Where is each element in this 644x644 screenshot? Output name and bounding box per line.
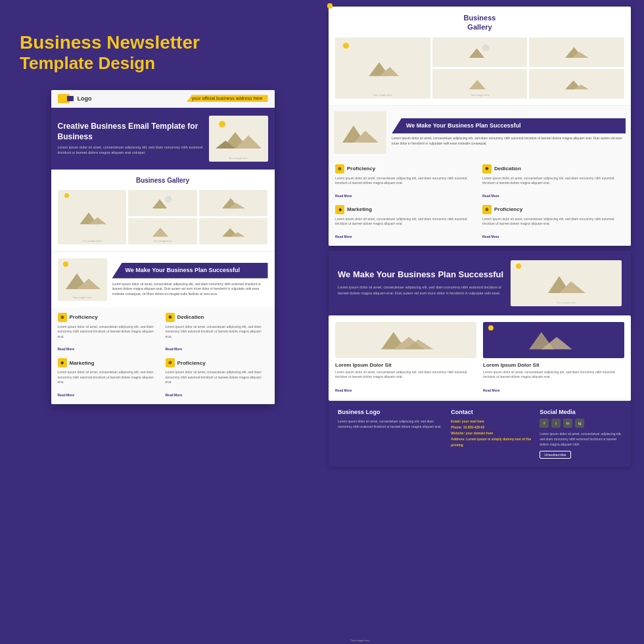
r-gallery-cell-3 xyxy=(529,37,624,67)
r-gallery-mountain-5 xyxy=(565,75,589,92)
feature-header-1: ⊕ Proficiency xyxy=(58,313,160,322)
feature-readmore-1[interactable]: Read More xyxy=(58,347,75,351)
r-feature-icon-2: ❋ xyxy=(482,164,492,173)
right-plan2-title: We Make Your Business Plan Successful xyxy=(338,269,504,281)
twocol-image-2 xyxy=(483,322,624,358)
r-plan-mountain xyxy=(339,118,382,147)
r-gallery-cell-2 xyxy=(432,37,528,67)
footer-col1-title: Business Logo xyxy=(338,409,444,415)
footer-col3-body: Lorem ipsum dolor sit amet, consectetuer… xyxy=(540,431,622,447)
dedication-icon: ❋ xyxy=(166,313,175,322)
twocol-readmore-2[interactable]: Read More xyxy=(483,388,500,392)
r-readmore-3[interactable]: Read More xyxy=(335,235,352,239)
plan-body: Lorem ipsum dolor sit amet, consectetuer… xyxy=(112,282,268,297)
proficiency2-icon: ⊕ xyxy=(166,358,175,367)
instagram-icon[interactable]: ig xyxy=(575,419,584,428)
feature-name-4: Proficiency xyxy=(177,360,206,366)
right-panel: BusinessGallery Your image here xyxy=(322,0,644,644)
r-gallery-cell-4: Your image here xyxy=(432,69,528,99)
right-plan2-card: We Make Your Business Plan Successful Lo… xyxy=(329,251,631,315)
proficiency-icon: ⊕ xyxy=(58,313,67,322)
gallery-cell-5 xyxy=(199,218,268,244)
feature-name-3: Marketing xyxy=(70,360,95,366)
gallery-mountain-4 xyxy=(151,223,174,239)
right-plan-image: Your image here xyxy=(334,111,386,154)
feature-marketing: ◈ Marketing Lorem ipsum dolor sit amet, … xyxy=(58,358,160,399)
r-gallery-mountain-1 xyxy=(366,56,399,80)
sun-icon xyxy=(219,121,225,127)
facebook-icon[interactable]: f xyxy=(540,419,549,428)
feature-readmore-3[interactable]: Read More xyxy=(58,393,75,397)
r-gallery-cell-large: Your image here xyxy=(335,37,430,99)
r-feature-text-3: Lorem ipsum dolor sit amet, consectetuer… xyxy=(335,217,477,227)
r-plan2-mountain xyxy=(545,268,587,298)
left-panel: Business Newsletter Template Design Logo… xyxy=(0,0,322,644)
hero-title: Creative Business Email Template for Bus… xyxy=(58,122,204,142)
twocol-readmore-1[interactable]: Read More xyxy=(335,388,352,392)
r-feature-2: ❋ Dedication Lorem ipsum dolor sit amet,… xyxy=(482,164,624,200)
feature-header-3: ◈ Marketing xyxy=(58,358,160,367)
svg-point-5 xyxy=(165,196,172,203)
address-bar: your official business address here xyxy=(187,95,268,102)
right-plan-shape: We Make Your Business Plan Successful xyxy=(392,118,626,134)
unsubscribe-button[interactable]: Unsubscribe xyxy=(540,451,570,459)
footer-col-3: Social Media f t in ig Lorem ipsum dolor… xyxy=(540,409,622,459)
feature-text-4: Lorem ipsum dolor sit amet, consectetuer… xyxy=(166,370,268,385)
card-features: ⊕ Proficiency Lorem ipsum dolor sit amet… xyxy=(51,308,275,404)
r-gallery-mountain-2 xyxy=(468,43,492,60)
twocol-title-2: Lorem Ipsum Dolor Sit xyxy=(483,362,624,368)
social-icons: f t in ig xyxy=(540,419,622,428)
gallery-cell-2 xyxy=(128,190,197,216)
hero-text: Creative Business Email Template for Bus… xyxy=(58,122,204,156)
title-line1: Business Newsletter xyxy=(20,33,306,53)
right-plan2-content: We Make Your Business Plan Successful Lo… xyxy=(338,269,504,296)
gallery-cell-4: Your image here xyxy=(128,218,197,244)
plan-mountain xyxy=(62,265,102,293)
footer-website-value: your domain here xyxy=(465,431,493,435)
feature-proficiency: ⊕ Proficiency Lorem ipsum dolor sit amet… xyxy=(58,313,160,354)
linkedin-icon[interactable]: in xyxy=(563,419,572,428)
footer-col3-title: Social Media xyxy=(540,409,622,415)
right-gallery-card: BusinessGallery Your image here xyxy=(329,7,631,246)
footer-col-1: Business Logo Lorem ipsum dolor sit amet… xyxy=(338,409,444,459)
gallery-mountain-5 xyxy=(222,223,245,239)
gallery-grid: Your image here xyxy=(58,190,268,244)
r-readmore-1[interactable]: Read More xyxy=(335,194,352,198)
address-text: your official business address here xyxy=(192,96,263,101)
right-twocol-card: Lorem Ipsum Dolor Sit Lorem ipsum dolor … xyxy=(329,315,631,401)
r-feature-text-4: Lorem ipsum dolor sit amet, consectetuer… xyxy=(482,217,624,227)
plan-content: We Make Your Business Plan Successful Lo… xyxy=(112,263,268,296)
title-line2: Template Design xyxy=(20,53,306,74)
footer-col2-title: Contact xyxy=(451,409,533,415)
plan2-img-caption: Your image here xyxy=(557,301,576,304)
gallery-mountain-2 xyxy=(151,195,174,211)
r-readmore-2[interactable]: Read More xyxy=(482,194,499,198)
r-feature-text-1: Lorem ipsum dolor sit amet, consectetuer… xyxy=(335,176,477,186)
r-feature-4: ⊕ Proficiency Lorem ipsum dolor sit amet… xyxy=(482,205,624,241)
r-feature-text-2: Lorem ipsum dolor sit amet, consectetuer… xyxy=(482,176,624,186)
feature-header-2: ❋ Dedication xyxy=(166,313,268,322)
feature-text-1: Lorem ipsum dolor sit amet, consectetuer… xyxy=(58,325,160,340)
gallery-cell-3 xyxy=(199,190,268,216)
newsletter-card: Logo your official business address here… xyxy=(51,90,275,404)
twitter-icon[interactable]: t xyxy=(551,419,561,428)
svg-marker-17 xyxy=(469,49,484,58)
right-plan-section: Your image here We Make Your Business Pl… xyxy=(329,105,631,159)
right-gallery-grid: Your image here xyxy=(335,37,624,99)
plan-image: Your image here xyxy=(58,258,107,301)
card-plan: Your image here We Make Your Business Pl… xyxy=(51,251,275,308)
twocol-image-1 xyxy=(335,322,476,358)
hero-body: Lorem ipsum dolor sit amet, consectetuer… xyxy=(58,145,204,155)
twocol-title-1: Lorem Ipsum Dolor Sit xyxy=(335,362,476,368)
twocol-body-1: Lorem ipsum dolor sit amet, consectetuer… xyxy=(335,370,476,380)
r-gallery-mountain-4 xyxy=(468,75,492,92)
footer-website: Website: your domain here xyxy=(451,430,533,436)
r-feature-icon-3: ◈ xyxy=(335,205,344,214)
right-plan-body: Lorem ipsum dolor sit amet, consectetuer… xyxy=(392,136,626,146)
r-feature-name-1: Proficiency xyxy=(347,166,375,172)
r-readmore-4[interactable]: Read More xyxy=(482,235,499,239)
feature-readmore-2[interactable]: Read More xyxy=(166,347,183,351)
right-plan-content: We Make Your Business Plan Successful Lo… xyxy=(392,118,626,147)
svg-marker-6 xyxy=(152,200,168,209)
feature-readmore-4[interactable]: Read More xyxy=(166,393,183,397)
